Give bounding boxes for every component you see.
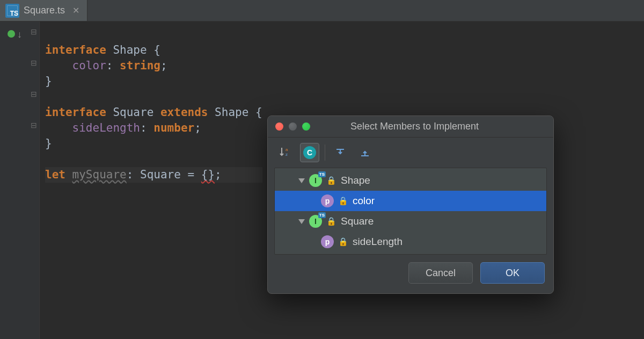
code-token: : Square = (127, 168, 201, 181)
code-token: Shape (106, 44, 154, 56)
window-controls (275, 122, 310, 131)
code-token: sideLength (72, 121, 140, 134)
code-token: : (140, 121, 153, 134)
code-token: string (120, 59, 160, 72)
dialog-toolbar: a z C (268, 138, 553, 168)
editor-gutter: ↓ ⊟ ⊟ ⊟ ⊟ (0, 21, 40, 339)
lock-icon: 🔒 (338, 237, 348, 247)
chevron-down-icon[interactable] (298, 178, 305, 183)
tree-label: Square (341, 215, 374, 227)
sort-alpha-button[interactable]: a z (275, 143, 295, 162)
code-token: color (72, 59, 106, 72)
code-token: let (45, 168, 72, 181)
svg-text:a: a (286, 147, 288, 152)
implement-members-dialog: Select Members to Implement a z C (267, 116, 554, 294)
code-token (45, 59, 72, 72)
gutter-arrow-icon: ↓ (17, 29, 22, 40)
close-icon[interactable]: ✕ (72, 5, 79, 16)
tree-interface-row[interactable]: ITS 🔒 Shape (275, 170, 546, 191)
code-token: } (45, 75, 52, 88)
members-tree: ITS 🔒 Shape p 🔒 color ITS 🔒 Square p 🔒 s… (274, 168, 547, 255)
window-close-icon[interactable] (275, 122, 283, 131)
lock-icon: 🔒 (338, 196, 348, 206)
lock-icon: 🔒 (326, 217, 336, 226)
tree-interface-row[interactable]: ITS 🔒 Square (275, 211, 546, 232)
code-token: mySquare (72, 168, 127, 181)
fold-close-icon[interactable]: ⊟ (31, 59, 37, 67)
tree-property-row[interactable]: p 🔒 sideLength (275, 232, 546, 252)
property-icon: p (321, 235, 334, 248)
code-token: {} (201, 168, 215, 181)
code-token: { (255, 106, 262, 119)
code-token: { (153, 44, 160, 56)
code-token: interface (45, 44, 106, 56)
ok-button[interactable]: OK (480, 262, 545, 284)
code-area[interactable]: interface Shape { color: string; } inter… (40, 21, 262, 339)
tab-filename: Square.ts (24, 5, 65, 16)
chevron-down-icon[interactable] (298, 219, 305, 224)
dialog-title: Select Members to Implement (316, 121, 514, 132)
tree-label: color (353, 195, 375, 207)
class-icon: C (303, 146, 316, 159)
tree-property-row[interactable]: p 🔒 color (275, 191, 546, 211)
code-token (45, 121, 72, 134)
code-token: Square (106, 106, 160, 119)
cancel-button[interactable]: Cancel (408, 262, 473, 284)
code-token: } (45, 137, 52, 150)
toolbar-separator (325, 145, 325, 161)
property-icon: p (321, 194, 334, 207)
code-token: ; (194, 121, 201, 134)
tree-label: sideLength (353, 236, 402, 248)
code-token: : (106, 59, 120, 72)
code-token: ; (215, 168, 222, 181)
typescript-file-icon: TS (5, 4, 19, 18)
lock-icon: 🔒 (326, 176, 336, 185)
dialog-titlebar[interactable]: Select Members to Implement (268, 116, 553, 138)
fold-close-icon[interactable]: ⊟ (31, 121, 37, 129)
interface-icon: ITS (309, 174, 322, 187)
code-token: extends (160, 106, 208, 119)
code-token: interface (45, 106, 106, 119)
file-tab[interactable]: TS Square.ts ✕ (0, 0, 87, 21)
window-zoom-icon[interactable] (302, 122, 310, 131)
svg-text:z: z (286, 152, 288, 157)
code-token: number (153, 121, 194, 134)
interface-icon: ITS (309, 215, 322, 228)
window-minimize-icon[interactable] (289, 122, 297, 131)
collapse-all-button[interactable] (355, 143, 375, 162)
code-token: ; (160, 59, 167, 72)
run-gutter-icon[interactable] (8, 30, 15, 38)
fold-open-icon[interactable]: ⊟ (31, 28, 37, 35)
expand-all-button[interactable] (331, 143, 350, 162)
filter-class-button[interactable]: C (300, 143, 319, 162)
code-token: Shape (208, 106, 255, 119)
dialog-buttons: Cancel OK (268, 262, 553, 293)
tree-label: Shape (341, 175, 370, 186)
fold-open-icon[interactable]: ⊟ (31, 90, 37, 98)
editor-tabbar: TS Square.ts ✕ (0, 0, 644, 21)
